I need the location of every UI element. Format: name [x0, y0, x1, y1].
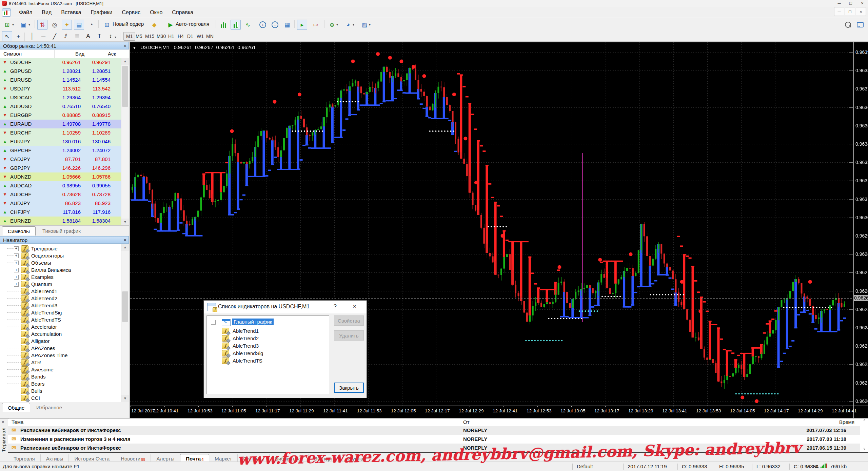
- data-window-icon[interactable]: ◎: [50, 20, 60, 30]
- menu-item-Сервис[interactable]: Сервис: [117, 8, 145, 17]
- market-watch-icon[interactable]: ⇅: [37, 20, 47, 30]
- autotrade-button[interactable]: Авто-торговля: [176, 21, 209, 27]
- tree-item-Alligator[interactable]: ƒAlligator: [0, 337, 121, 345]
- menu-item-Графики[interactable]: Графики: [86, 8, 117, 17]
- templates-icon[interactable]: ▨: [359, 20, 370, 30]
- chat-icon[interactable]: [855, 20, 865, 30]
- chevron-down-icon[interactable]: ▾: [369, 23, 371, 26]
- expand-icon[interactable]: +: [14, 275, 19, 280]
- table-row-GBPCHF[interactable]: ▲GBPCHF1.240021.24072: [0, 146, 121, 155]
- vertical-line-icon[interactable]: │: [27, 31, 37, 41]
- tree-item-Трендовые[interactable]: +ƒТрендовые: [0, 245, 121, 252]
- dialog-close-button[interactable]: ×: [353, 303, 356, 310]
- zoom-in-icon[interactable]: +: [258, 20, 268, 30]
- menu-item-Вид[interactable]: Вид: [37, 8, 56, 17]
- table-row-EURNZD[interactable]: ▲EURNZD1.581841.58304: [0, 217, 121, 225]
- crosshair-icon[interactable]: ＋: [13, 31, 23, 41]
- navigator-tab-Избранное[interactable]: Избранное: [31, 403, 67, 412]
- dialog-tree-item-AbleTrend1[interactable]: ƒAbleTrend1: [207, 327, 329, 335]
- search-icon[interactable]: [843, 20, 853, 30]
- table-row-USDCHF[interactable]: ▼USDCHF0.962610.96291: [0, 58, 121, 67]
- market-watch-scrollbar[interactable]: ▲ ▼: [121, 58, 129, 225]
- chart-window-icon[interactable]: [2, 8, 11, 17]
- auto-scroll-icon[interactable]: ▸: [297, 20, 307, 30]
- tree-item-Accelerator[interactable]: ƒAccelerator: [0, 323, 121, 330]
- dialog-title-bar[interactable]: Список индикаторов на USDCHF,M1 ? ×: [204, 301, 367, 313]
- chevron-down-icon[interactable]: ▾: [336, 23, 338, 26]
- tree-item-Bulls[interactable]: ƒBulls: [0, 387, 121, 394]
- autotrade-icon[interactable]: ▶: [165, 20, 176, 30]
- channel-icon[interactable]: ⫽: [61, 31, 71, 41]
- dialog-help-button[interactable]: ?: [334, 303, 337, 310]
- horizontal-line-icon[interactable]: ─: [38, 31, 48, 41]
- scroll-up-icon[interactable]: ▲: [121, 244, 129, 251]
- table-row-AUDCHF[interactable]: ▼AUDCHF0.736280.73728: [0, 190, 121, 199]
- table-row-EURUSD[interactable]: ▲EURUSD1.145241.14554: [0, 76, 121, 85]
- status-profile[interactable]: Default: [572, 464, 624, 470]
- timeframe-MN[interactable]: MN: [203, 32, 216, 41]
- fibonacci-icon[interactable]: ≣: [72, 31, 82, 41]
- chevron-down-icon[interactable]: ▾: [28, 23, 30, 26]
- tree-item-APAZones[interactable]: ƒAPAZones: [0, 345, 121, 352]
- table-row-USDCAD[interactable]: ▲USDCAD1.293641.29394: [0, 93, 121, 102]
- mail-row[interactable]: ✉Расписание вебинаров от ИнстаФорексNORE…: [8, 426, 860, 435]
- table-row-EURJPY[interactable]: ▲EURJPY130.016130.046: [0, 137, 121, 146]
- tree-item-APAZones-Time[interactable]: ƒAPAZones Time: [0, 352, 121, 359]
- collapse-icon[interactable]: ▼: [133, 46, 136, 50]
- child-restore-button[interactable]: □: [845, 7, 855, 16]
- chevron-down-icon[interactable]: ▾: [353, 23, 354, 26]
- table-row-GBPUSD[interactable]: ▲GBPUSD1.288211.28851: [0, 67, 121, 76]
- expand-icon[interactable]: +: [14, 246, 19, 251]
- tree-item-Quantum[interactable]: +ƒQuantum: [0, 281, 121, 288]
- tree-item-Awesome[interactable]: ƒAwesome: [0, 366, 121, 373]
- expand-icon[interactable]: +: [14, 282, 19, 287]
- zoom-out-icon[interactable]: −: [270, 20, 280, 30]
- navigator-close-icon[interactable]: ×: [123, 237, 126, 243]
- tree-item-AbleTrend3[interactable]: ƒAbleTrend3: [0, 302, 121, 309]
- chart-shift-icon[interactable]: ↦: [311, 20, 321, 30]
- chart-profiles-icon[interactable]: ▣: [18, 20, 28, 30]
- dialog-button-Закрыть[interactable]: Закрыть: [334, 383, 364, 393]
- collapse-icon[interactable]: −: [211, 320, 216, 325]
- periods-icon[interactable]: ◕: [343, 20, 353, 30]
- table-row-CADJPY[interactable]: ▼CADJPY87.70187.801: [0, 155, 121, 164]
- scroll-down-icon[interactable]: ▼: [121, 219, 129, 225]
- maximize-button[interactable]: □: [845, 0, 856, 7]
- navigator-icon[interactable]: ✦: [62, 20, 72, 30]
- line-chart-icon[interactable]: ∿: [243, 20, 253, 30]
- navigator-scrollbar[interactable]: ▲ ▼: [121, 244, 129, 402]
- market-watch-tab-Тиковый график[interactable]: Тиковый график: [37, 226, 86, 235]
- tree-item-CCI[interactable]: ƒCCI: [0, 394, 121, 402]
- tree-item-Билла-Вильямса[interactable]: +ƒБилла Вильямса: [0, 266, 121, 273]
- table-row-AUDUSD[interactable]: ▲AUDUSD0.765100.76540: [0, 102, 121, 111]
- new-order-icon[interactable]: ⊞: [102, 20, 112, 30]
- table-row-EURCHF[interactable]: ▼EURCHF1.102591.10289: [0, 128, 121, 138]
- dialog-tree-item-AbleTrendTS[interactable]: ƒAbleTrendTS: [207, 357, 329, 365]
- table-row-EURAUD[interactable]: ▲EURAUD1.497081.49778: [0, 120, 121, 129]
- new-chart-icon[interactable]: ⊞: [2, 20, 12, 30]
- table-row-CHFJPY[interactable]: ▲CHFJPY117.816117.916: [0, 208, 121, 217]
- tree-item-Accumulation[interactable]: ƒAccumulation: [0, 330, 121, 337]
- strategy-tester-icon[interactable]: ◔: [86, 20, 96, 30]
- chevron-down-icon[interactable]: ▾: [12, 23, 14, 26]
- cursor-icon[interactable]: ↖: [2, 31, 12, 41]
- tree-item-Bears[interactable]: ƒBears: [0, 380, 121, 387]
- bar-chart-icon[interactable]: [218, 20, 229, 30]
- table-row-AUDJPY[interactable]: ▼AUDJPY86.82386.923: [0, 199, 121, 208]
- close-button[interactable]: ×: [856, 0, 868, 7]
- dialog-tree-item-AbleTrend3[interactable]: ƒAbleTrend3: [207, 342, 329, 350]
- metaeditor-icon[interactable]: ◆: [149, 20, 159, 30]
- table-row-GBPJPY[interactable]: ▼GBPJPY146.226146.296: [0, 164, 121, 173]
- terminal-icon[interactable]: ▤: [74, 20, 84, 30]
- table-row-AUDCAD[interactable]: ▲AUDCAD0.989550.99055: [0, 181, 121, 190]
- market-watch-close-icon[interactable]: ×: [123, 43, 126, 48]
- tree-item-AbleTrendSig[interactable]: ƒAbleTrendSig: [0, 309, 121, 316]
- menu-item-Файл[interactable]: Файл: [14, 8, 37, 17]
- child-close-button[interactable]: ×: [856, 7, 866, 16]
- table-row-AUDNZD[interactable]: ▼AUDNZD1.056661.05786: [0, 172, 121, 182]
- text-label-icon[interactable]: T: [94, 31, 104, 41]
- text-icon[interactable]: A: [83, 31, 93, 41]
- child-minimize-button[interactable]: ─: [834, 7, 844, 16]
- chevron-down-icon[interactable]: ▾: [115, 35, 116, 39]
- scroll-down-icon[interactable]: ▼: [121, 395, 129, 402]
